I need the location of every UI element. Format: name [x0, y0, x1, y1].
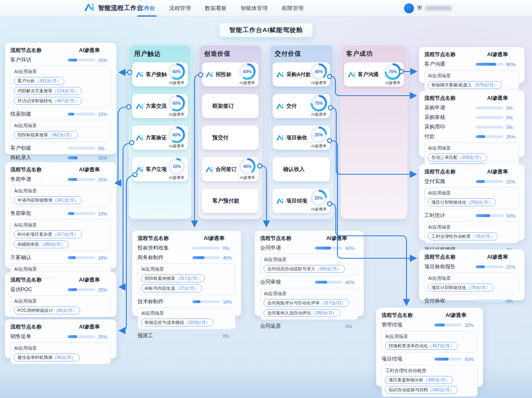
stage-node[interactable]: 方案交流60%AI渗透率 — [132, 94, 188, 118]
progress-percent: 50% — [506, 213, 515, 218]
ai-scenario-box: AI应用场景项目计划智能优化（78次/月） — [424, 272, 519, 294]
row-line: 管理结项32% — [382, 321, 478, 329]
node-name: 确认收入 — [283, 166, 327, 173]
stage-column-user-reach: 用户触达 客户接触60%AI渗透率 方案交流60%AI渗透率 方案验证60%AI… — [129, 45, 191, 219]
stage-node[interactable]: 项目验收25%AI渗透率 — [273, 126, 330, 150]
col-header-penetration: AI渗透率 — [192, 235, 236, 242]
progress-fill — [68, 59, 77, 62]
nav-tab-2[interactable]: 数据看板 — [205, 0, 227, 17]
ai-scenario-chip[interactable]: 招投标案例推荐（317次/月） — [141, 274, 205, 282]
node-label: 售前审批 — [10, 210, 68, 217]
stage-node[interactable]: 客户沟通75%AI渗透率 — [344, 62, 404, 87]
user-menu[interactable]: 宋 — [404, 3, 452, 13]
row-line: 采购申请0% — [424, 104, 519, 111]
ai-scenario-chip[interactable]: 结项检查清单自动化（457次/月） — [385, 342, 458, 350]
ai-scenario-chip[interactable]: AI辅助审批（289次/月） — [14, 240, 69, 248]
stage-node[interactable]: 采购&付款40%AI渗透率 — [273, 62, 330, 87]
brand-logo-icon — [84, 3, 95, 13]
stage-node[interactable]: 预交付 — [202, 126, 259, 150]
ai-scenario-box: AI应用场景智能定价与成本模拟（103次/月） — [138, 307, 236, 329]
stage-node[interactable]: 交付75%AI渗透率 — [273, 94, 330, 118]
row-line: 交付验收0% — [424, 297, 519, 304]
detail-card-poc: 流程节点名称AI渗透率提供POC25%AI应用场景POC用例智能设计（56次/月… — [5, 272, 116, 317]
ai-scenario-chip[interactable]: 合同风险评分与自动化评审（317次/月） — [264, 299, 349, 307]
stage-node[interactable]: 方案验证60%AI渗透率 — [132, 126, 188, 150]
gauge-caption: AI渗透率 — [239, 80, 255, 86]
table-row: 客户沟通80%AI应用场景智能聊天客服/机器人（879次/月） — [424, 61, 519, 92]
ai-scenario-chip[interactable]: 合同案例入选自动评估（286次/月） — [264, 309, 340, 317]
ai-scenario-chip[interactable]: 拜访记录智能转化（567次/月） — [14, 97, 82, 105]
ai-scenario-chip[interactable]: 自动三单匹配（209次/月） — [428, 153, 487, 161]
ai-scenario-chip[interactable]: 智能定价与成本模拟（103次/月） — [141, 319, 214, 326]
chip-list: 项目计划智能优化（256次/月） — [428, 198, 516, 206]
ai-scenario-chip[interactable]: 项目复盘智能分析（490次/月） — [385, 376, 453, 384]
ai-logo-icon — [136, 103, 144, 109]
ai-scenario-chip[interactable]: 合同信息自动提取与录入（356次/月） — [264, 265, 345, 273]
node-name: 客户立项 — [146, 166, 168, 173]
ai-scenario-chip[interactable]: 内部解决方案推荐（124次/月） — [14, 87, 82, 95]
chip-list: 招投标线索推荐（362次/月） — [14, 131, 108, 139]
progress-fill — [68, 288, 77, 291]
avatar[interactable] — [404, 3, 414, 13]
ai-scenario-chip[interactable]: POC用例智能设计（56次/月） — [14, 307, 80, 314]
ai-scenario-chip[interactable]: 最佳促单时机预测（56次/月） — [14, 354, 80, 361]
progress-percent: 0% — [506, 299, 513, 304]
ai-scenario-chip[interactable]: 申请内容智能预填（341次/月） — [14, 196, 82, 204]
stage-node[interactable]: 确认收入 — [273, 157, 330, 181]
col-header-penetration: AI渗透率 — [68, 166, 111, 173]
progress-percent: 25% — [98, 334, 107, 339]
chip-list: 项目计划智能优化（78次/月） — [428, 284, 516, 292]
row-line: 项目验收报告22% — [424, 263, 519, 270]
stage-node[interactable]: 框架签订 — [202, 94, 259, 118]
ai-scenario-chip[interactable]: 项目计划智能优化（78次/月） — [428, 284, 494, 292]
ai-logo-icon — [276, 135, 284, 141]
nav-tab-0[interactable]: 工作台 — [139, 0, 155, 17]
node-name: 项目验收 — [286, 134, 310, 141]
detail-card-project-closeout: 流程节点名称AI渗透率管理结项32%AI应用场景结项检查清单自动化（457次/月… — [376, 308, 483, 387]
stage-node[interactable]: 客户预付款 — [202, 189, 259, 213]
nav-tab-4[interactable]: 权限管理 — [282, 0, 303, 17]
ai-scenario-chip[interactable]: 工时合理性自动检查（78次/月） — [428, 232, 498, 240]
bar-column: 25% — [68, 334, 111, 339]
stage-node[interactable]: 项目结项25%AI渗透率 — [273, 189, 330, 213]
gauge-caption: AI渗透率 — [169, 112, 184, 117]
node-label: 项目结项 — [382, 356, 434, 363]
node-label: 采购申请 — [424, 104, 476, 111]
node-name: 客户沟通 — [358, 71, 384, 78]
chip-text: 招投标线索推荐 — [17, 132, 48, 137]
ai-scenario-chip[interactable]: 招投标线索推荐（362次/月） — [14, 131, 78, 139]
chip-count: （56次/月） — [52, 355, 76, 360]
detail-card-acceptance: 流程节点名称AI渗透率项目验收报告22%AI应用场景项目计划智能优化（78次/月… — [419, 250, 525, 300]
ai-scenario-chip[interactable]: AI标书内容生成（27次/月） — [141, 284, 202, 292]
brand[interactable]: 智能流程工作台 — [84, 3, 143, 13]
ai-scenario-chip[interactable]: 项目计划智能优化（256次/月） — [428, 198, 496, 206]
gauge-inner: 40% — [313, 65, 325, 78]
ai-scenario-chip[interactable]: 智能聊天客服/机器人（879次/月） — [428, 81, 502, 89]
stage-node[interactable]: 合同签订40%AI渗透率 — [202, 157, 259, 181]
node-name: 预交付 — [212, 134, 256, 141]
row-line: 报派工0% — [138, 332, 236, 339]
stage-node[interactable]: 招投标60%AI渗透率 — [202, 62, 259, 87]
ai-scenario-box: AI应用场景客户分析（341次/月）内部解决方案推荐（124次/月）拜访记录智能… — [10, 66, 111, 108]
gauge-inner: 60% — [241, 65, 254, 78]
ai-scenario-chip[interactable]: AI分析项目复杂度（317次/月） — [14, 230, 82, 238]
ai-scenario-chip[interactable]: 知识自动提炼与归档（490次/月） — [385, 386, 458, 394]
ai-workflow-dashboard: 智能流程工作台 工作台流程管理数据看板智能体管理权限管理 宋 智能工作台AI赋能… — [0, 0, 532, 398]
node-label: 方案确认 — [10, 254, 68, 261]
progress-percent: 0% — [506, 106, 513, 111]
row-line: 合同申请60% — [260, 245, 358, 252]
nav-tab-3[interactable]: 智能体管理 — [241, 0, 268, 17]
stage-node[interactable]: 客户立项10%AI渗透率 — [132, 157, 188, 181]
penetration-gauge: 40% — [239, 158, 256, 175]
progress-fill — [68, 212, 74, 215]
ai-scenario-box: AI应用场景项目计划智能优化（256次/月） — [424, 187, 519, 209]
gauge-wrap: 25%AI渗透率 — [310, 190, 327, 212]
nav-tab-1[interactable]: 流程管理 — [169, 0, 191, 17]
bar-column: 0% — [68, 146, 111, 151]
ai-scenario-chip[interactable]: 客户分析（341次/月） — [14, 77, 64, 85]
stage-node[interactable]: 客户接触60%AI渗透率 — [132, 62, 188, 87]
penetration-gauge: 25% — [310, 126, 327, 143]
table-row: 项目结项50%工时合理性自动检查项目复盘智能分析（490次/月）知识自动提炼与归… — [382, 356, 478, 397]
ai-scenario-title: AI应用场景 — [14, 266, 108, 272]
table-row: 合同审核40%AI应用场景合同风险评分与自动化评审（317次/月）合同案例入选自… — [260, 279, 358, 320]
